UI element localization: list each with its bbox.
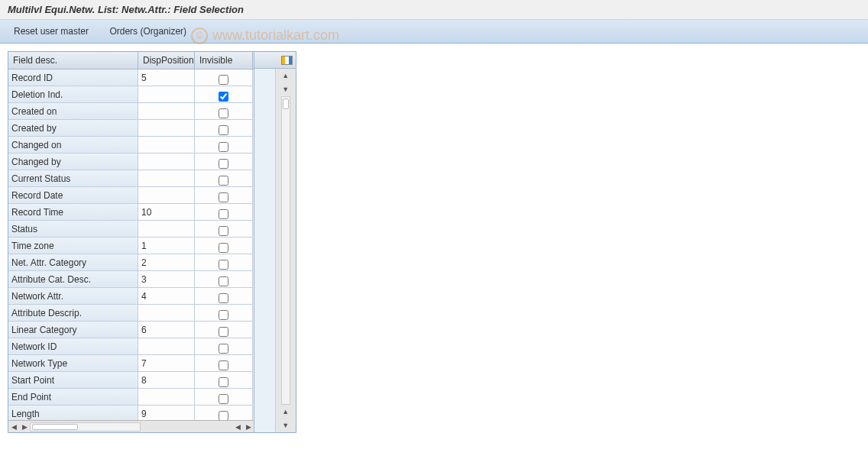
invisible-checkbox[interactable]	[219, 344, 228, 354]
cell-field-desc: Network Type	[8, 355, 138, 372]
table-row[interactable]: Changed on	[8, 137, 254, 154]
invisible-checkbox[interactable]	[219, 327, 228, 337]
table-row[interactable]: Net. Attr. Category2	[8, 254, 254, 271]
cell-field-desc: Record Time	[8, 204, 138, 221]
invisible-checkbox[interactable]	[219, 142, 228, 152]
cell-disp-position[interactable]	[138, 221, 195, 238]
table-row[interactable]: End Point	[8, 389, 254, 406]
cell-field-desc: End Point	[8, 389, 138, 406]
scroll-up2-icon[interactable]: ▲	[280, 406, 291, 417]
table-row[interactable]: Record ID5	[8, 69, 254, 86]
table-row[interactable]: Linear Category6	[8, 322, 254, 338]
col-header-invisible[interactable]: Invisible	[195, 52, 253, 69]
cell-field-desc: Attribute Descrip.	[8, 305, 138, 322]
cell-disp-position[interactable]	[138, 137, 195, 154]
invisible-checkbox[interactable]	[219, 159, 228, 169]
table-row[interactable]: Current Status	[8, 170, 254, 187]
cell-field-desc: Changed by	[8, 154, 138, 170]
cell-invisible	[195, 305, 253, 322]
cell-disp-position[interactable]: 1	[138, 238, 195, 254]
invisible-checkbox[interactable]	[219, 360, 228, 370]
invisible-checkbox[interactable]	[219, 276, 228, 286]
invisible-checkbox[interactable]	[219, 75, 228, 85]
invisible-checkbox[interactable]	[219, 310, 228, 320]
cell-disp-position[interactable]: 8	[138, 372, 195, 389]
cell-field-desc: Length	[8, 406, 138, 420]
cell-invisible	[195, 406, 253, 420]
cell-disp-position[interactable]	[138, 170, 195, 187]
table-row[interactable]: Record Date	[8, 187, 254, 204]
invisible-checkbox[interactable]	[219, 377, 228, 387]
scroll-left-icon[interactable]: ◀	[8, 422, 19, 432]
invisible-checkbox[interactable]	[219, 226, 228, 236]
table-row[interactable]: Time zone1	[8, 238, 254, 254]
invisible-checkbox[interactable]	[219, 108, 228, 118]
cell-disp-position[interactable]	[138, 86, 195, 103]
cell-disp-position[interactable]: 9	[138, 406, 195, 420]
table-row[interactable]: Start Point8	[8, 372, 254, 389]
table-settings-button[interactable]	[254, 52, 296, 69]
reset-user-master-button[interactable]: Reset user master	[8, 24, 95, 38]
scroll-right2-icon[interactable]: ▶	[243, 422, 254, 432]
cell-disp-position[interactable]	[138, 154, 195, 170]
scroll-down2-icon[interactable]: ▼	[280, 420, 291, 431]
orders-organizer-button[interactable]: Orders (Organizer)	[103, 24, 193, 38]
invisible-checkbox[interactable]	[219, 411, 228, 420]
invisible-checkbox[interactable]	[219, 394, 228, 404]
cell-disp-position[interactable]: 2	[138, 254, 195, 271]
cell-disp-position[interactable]	[138, 103, 195, 120]
cell-invisible	[195, 271, 253, 288]
invisible-checkbox[interactable]	[219, 176, 228, 186]
invisible-checkbox[interactable]	[219, 92, 228, 102]
table-row[interactable]: Network ID	[8, 338, 254, 355]
table-row[interactable]: Changed by	[8, 154, 254, 170]
table-row[interactable]: Created on	[8, 103, 254, 120]
table-row[interactable]: Length9	[8, 406, 254, 420]
horizontal-scrollbar[interactable]: ◀ ▶ ◀ ▶	[8, 420, 254, 432]
cell-disp-position[interactable]: 5	[138, 69, 195, 86]
cell-field-desc: Network Attr.	[8, 288, 138, 305]
col-header-disp-position[interactable]: DispPosition	[138, 52, 195, 69]
invisible-checkbox[interactable]	[219, 293, 228, 303]
cell-disp-position[interactable]	[138, 338, 195, 355]
invisible-checkbox[interactable]	[219, 192, 228, 202]
cell-disp-position[interactable]: 6	[138, 322, 195, 338]
scroll-up-icon[interactable]: ▲	[280, 70, 291, 81]
cell-disp-position[interactable]	[138, 187, 195, 204]
table-row[interactable]: Network Type7	[8, 355, 254, 372]
cell-invisible	[195, 389, 253, 406]
table-row[interactable]: Attribute Cat. Desc.3	[8, 271, 254, 288]
col-header-field-desc[interactable]: Field desc.	[8, 52, 138, 69]
cell-disp-position[interactable]: 4	[138, 288, 195, 305]
table-row[interactable]: Status	[8, 221, 254, 238]
table-row[interactable]: Created by	[8, 120, 254, 137]
table-row[interactable]: Network Attr.4	[8, 288, 254, 305]
table-row[interactable]: Attribute Descrip.	[8, 305, 254, 322]
cell-invisible	[195, 238, 253, 254]
cell-field-desc: Record ID	[8, 69, 138, 86]
invisible-checkbox[interactable]	[219, 243, 228, 253]
cell-field-desc: Created on	[8, 103, 138, 120]
cell-field-desc: Attribute Cat. Desc.	[8, 271, 138, 288]
invisible-checkbox[interactable]	[219, 125, 228, 135]
cell-invisible	[195, 120, 253, 137]
cell-disp-position[interactable]	[138, 389, 195, 406]
cell-invisible	[195, 154, 253, 170]
cell-disp-position[interactable]: 7	[138, 355, 195, 372]
invisible-checkbox[interactable]	[219, 260, 228, 270]
cell-disp-position[interactable]: 10	[138, 204, 195, 221]
scroll-right-icon[interactable]: ▶	[19, 422, 30, 432]
scroll-down-icon[interactable]: ▼	[280, 84, 291, 95]
scroll-left2-icon[interactable]: ◀	[232, 422, 243, 432]
cell-disp-position[interactable]	[138, 120, 195, 137]
cell-invisible	[195, 254, 253, 271]
cell-invisible	[195, 338, 253, 355]
table-row[interactable]: Deletion Ind.	[8, 86, 254, 103]
cell-disp-position[interactable]	[138, 305, 195, 322]
cell-disp-position[interactable]: 3	[138, 271, 195, 288]
vertical-scrollbar[interactable]: ▲ ▼ ▲ ▼	[275, 69, 296, 432]
table-row[interactable]: Record Time10	[8, 204, 254, 221]
page-title: Multilvl Equi.Netw. List: Netw.Attr.: Fi…	[0, 0, 868, 20]
cell-invisible	[195, 355, 253, 372]
invisible-checkbox[interactable]	[219, 209, 228, 219]
